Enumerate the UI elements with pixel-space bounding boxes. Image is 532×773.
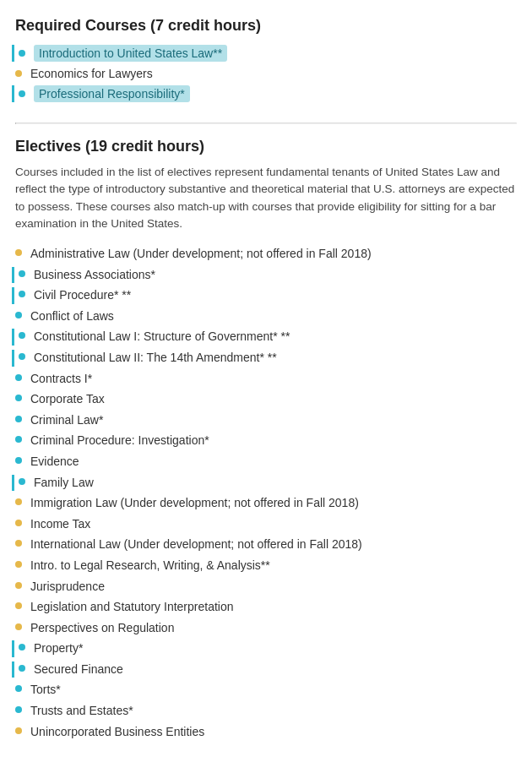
- sidebar-indicator: [12, 329, 14, 346]
- elective-list-item: Business Associations*: [15, 267, 517, 284]
- item-text: Contracts I*: [30, 371, 92, 388]
- elective-list-item: Intro. to Legal Research, Writing, & Ana…: [15, 558, 517, 574]
- item-text: Family Law: [34, 475, 94, 492]
- item-text: Intro. to Legal Research, Writing, & Ana…: [30, 558, 270, 574]
- bullet-icon: [19, 353, 25, 360]
- item-text: Perspectives on Regulation: [30, 620, 174, 637]
- electives-description: Courses included in the list of elective…: [15, 164, 517, 232]
- elective-list-item: Trusts and Estates*: [15, 703, 517, 720]
- item-text: Business Associations*: [34, 267, 155, 284]
- bullet-icon: [15, 312, 22, 318]
- elective-list-item: Constitutional Law I: Structure of Gover…: [15, 329, 517, 346]
- bullet-icon: [19, 90, 25, 97]
- item-text: Torts*: [30, 682, 61, 699]
- item-text: Constitutional Law I: Structure of Gover…: [34, 329, 290, 346]
- highlighted-text: Professional Responsibility*: [34, 85, 190, 102]
- elective-list-item: International Law (Under development; no…: [15, 536, 517, 553]
- bullet-icon: [19, 291, 25, 297]
- elective-list-item: Conflict of Laws: [15, 308, 517, 325]
- elective-list-item: Evidence: [15, 454, 517, 471]
- elective-list-item: Jurisprudence: [15, 579, 517, 596]
- elective-list-item: Legislation and Statutory Interpretation: [15, 599, 517, 616]
- bullet-icon: [15, 561, 22, 568]
- sidebar-indicator: [12, 85, 14, 102]
- item-text: Jurisprudence: [30, 579, 105, 596]
- item-text: Legislation and Statutory Interpretation: [30, 599, 234, 616]
- elective-list-item: Income Tax: [15, 516, 517, 533]
- bullet-icon: [15, 706, 22, 713]
- electives-list: Administrative Law (Under development; n…: [15, 246, 517, 740]
- bullet-icon: [15, 374, 22, 381]
- elective-list-item: Unincorporated Business Entities: [15, 724, 517, 741]
- item-text: Secured Finance: [34, 661, 123, 678]
- bullet-icon: [15, 498, 22, 505]
- elective-list-item: Civil Procedure* **: [15, 287, 517, 304]
- item-text: Civil Procedure* **: [34, 287, 131, 304]
- item-text: Immigration Law (Under development; not …: [30, 495, 359, 512]
- sidebar-indicator: [12, 45, 14, 62]
- bullet-icon: [15, 457, 22, 464]
- item-text: Economics for Lawyers: [30, 67, 153, 80]
- elective-list-item: Corporate Tax: [15, 391, 517, 408]
- item-text: Introduction to United States Law**: [34, 45, 227, 62]
- item-text: Criminal Procedure: Investigation*: [30, 433, 209, 449]
- bullet-icon: [19, 50, 25, 57]
- bullet-icon: [15, 249, 22, 256]
- item-text: Evidence: [30, 454, 79, 471]
- required-list-item: Economics for Lawyers: [15, 67, 517, 80]
- highlighted-text: Introduction to United States Law**: [34, 45, 227, 62]
- elective-list-item: Secured Finance: [15, 661, 517, 678]
- item-text: Administrative Law (Under development; n…: [30, 246, 372, 263]
- electives-section: Electives (19 credit hours) Courses incl…: [15, 138, 517, 740]
- elective-list-item: Family Law: [15, 475, 517, 492]
- bullet-icon: [19, 665, 25, 672]
- elective-list-item: Torts*: [15, 682, 517, 699]
- item-text: Professional Responsibility*: [34, 85, 190, 102]
- bullet-icon: [15, 623, 22, 630]
- sidebar-indicator: [12, 267, 14, 284]
- bullet-icon: [19, 478, 25, 485]
- bullet-icon: [15, 520, 22, 526]
- elective-list-item: Constitutional Law II: The 14th Amendmen…: [15, 350, 517, 367]
- sidebar-indicator: [12, 661, 14, 678]
- item-text: International Law (Under development; no…: [30, 536, 362, 553]
- bullet-icon: [19, 332, 25, 339]
- sidebar-indicator: [12, 287, 14, 304]
- elective-list-item: Administrative Law (Under development; n…: [15, 246, 517, 263]
- elective-list-item: Criminal Law*: [15, 412, 517, 429]
- item-text: Property*: [34, 640, 83, 657]
- elective-list-item: Contracts I*: [15, 371, 517, 388]
- required-courses-heading: Required Courses (7 credit hours): [15, 17, 517, 35]
- bullet-icon: [19, 270, 25, 277]
- item-text: Trusts and Estates*: [30, 703, 133, 720]
- item-text: Conflict of Laws: [30, 308, 114, 325]
- item-text: Criminal Law*: [30, 412, 103, 429]
- item-text: Unincorporated Business Entities: [30, 724, 204, 741]
- bullet-icon: [15, 70, 22, 77]
- elective-list-item: Property*: [15, 640, 517, 657]
- elective-list-item: Criminal Procedure: Investigation*: [15, 433, 517, 449]
- required-list-item: Professional Responsibility*: [15, 85, 517, 102]
- electives-heading: Electives (19 credit hours): [15, 138, 517, 155]
- bullet-icon: [15, 395, 22, 401]
- elective-list-item: Perspectives on Regulation: [15, 620, 517, 637]
- required-courses-section: Required Courses (7 credit hours) Introd…: [15, 17, 517, 102]
- bullet-icon: [15, 727, 22, 734]
- bullet-icon: [15, 582, 22, 589]
- bullet-icon: [15, 540, 22, 547]
- bullet-icon: [15, 602, 22, 609]
- bullet-icon: [15, 436, 22, 443]
- bullet-icon: [15, 416, 22, 422]
- item-text: Constitutional Law II: The 14th Amendmen…: [34, 350, 277, 367]
- bullet-icon: [15, 685, 22, 692]
- sidebar-indicator: [12, 640, 14, 657]
- elective-list-item: Immigration Law (Under development; not …: [15, 495, 517, 512]
- sidebar-indicator: [12, 350, 14, 367]
- required-list-item: Introduction to United States Law**: [15, 45, 517, 62]
- item-text: Income Tax: [30, 516, 90, 533]
- bullet-icon: [19, 644, 25, 651]
- section-divider: [15, 122, 517, 124]
- sidebar-indicator: [12, 475, 14, 492]
- item-text: Corporate Tax: [30, 391, 105, 408]
- required-courses-list: Introduction to United States Law**Econo…: [15, 45, 517, 102]
